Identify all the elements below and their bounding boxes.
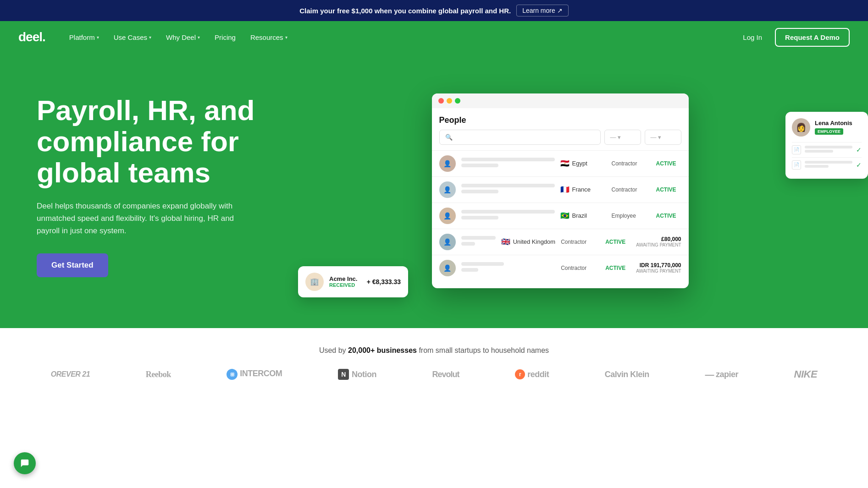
country-cell: 🇧🇷 Brazil	[560, 211, 606, 220]
nav-item-pricing[interactable]: Pricing	[209, 30, 241, 45]
avatar: 👤	[439, 155, 456, 172]
payment-card: 🏢 Acme Inc. RECEIVED + €8,333.33	[298, 266, 408, 297]
table-row[interactable]: 👤 🇫🇷 France Contractor ACTIVE	[432, 176, 689, 203]
profile-name: Lena Antonis	[815, 120, 852, 126]
nav-item-why-deel[interactable]: Why Deel ▾	[160, 30, 205, 45]
table-row[interactable]: 👤 🇪🇬 Egypt Contractor ACTIVE	[432, 150, 689, 176]
check-icon: ✓	[856, 146, 862, 154]
payment-amount: + €8,333.33	[367, 278, 401, 285]
awaiting-payment-cell: IDR 191,770,000 AWAITING PAYMENT	[636, 262, 681, 274]
country-cell: 🇪🇬 Egypt	[560, 159, 606, 168]
chevron-down-icon: ▾	[149, 35, 151, 40]
document-icon: 📄	[792, 145, 801, 154]
reebok-logo: Reebok	[146, 370, 171, 379]
banner-text: Claim your free $1,000 when you combine …	[299, 7, 511, 15]
nike-logo: NIKE	[794, 368, 818, 380]
company-name: Acme Inc.	[329, 275, 361, 282]
chevron-down-icon: ▾	[198, 35, 200, 40]
status-badge: ACTIVE	[605, 265, 630, 271]
employee-badge: EMPLOYEE	[815, 128, 843, 135]
zapier-logo: —zapier	[705, 369, 738, 380]
document-icon: 📄	[792, 160, 801, 170]
avatar: 👤	[439, 260, 456, 276]
main-nav: deel. Platform ▾ Use Cases ▾ Why Deel ▾ …	[0, 21, 868, 53]
nav-links: Platform ▾ Use Cases ▾ Why Deel ▾ Pricin…	[64, 30, 738, 45]
table-row[interactable]: 👤 🇬🇧 United Kingdom Contractor ACTIVE £8…	[432, 229, 689, 255]
forever21-logo: OREVER 21	[51, 370, 90, 378]
table-row[interactable]: 👤 🇧🇷 Brazil Employee ACTIVE	[432, 203, 689, 229]
document-row: 📄 ✓	[792, 157, 862, 172]
status-badge: ACTIVE	[656, 186, 681, 193]
calvin-klein-logo: Calvin Klein	[605, 370, 649, 379]
window-content: People 🔍 — ▾ — ▾ 👤	[432, 108, 689, 288]
search-filter-row: 🔍 — ▾ — ▾	[432, 130, 689, 150]
country-cell: 🇬🇧 United Kingdom	[501, 237, 556, 246]
nav-right: Log In Request A Demo	[737, 28, 850, 47]
hero-subtitle: Deel helps thousands of companies expand…	[37, 200, 257, 237]
logos-section: Used by 20,000+ businesses from small st…	[0, 328, 868, 399]
avatar: 👩	[792, 118, 810, 137]
login-button[interactable]: Log In	[737, 30, 768, 45]
type-cell: Contractor	[561, 239, 600, 245]
people-search-box[interactable]: 🔍	[439, 130, 601, 145]
reddit-icon: r	[515, 369, 525, 379]
get-started-button[interactable]: Get Started	[37, 253, 108, 277]
window-minimize-dot	[447, 98, 452, 104]
reddit-logo: r reddit	[515, 369, 549, 379]
deel-logo[interactable]: deel.	[18, 30, 45, 44]
payment-status: RECEIVED	[329, 282, 361, 288]
revolut-logo: Revolut	[432, 370, 459, 379]
nav-item-resources[interactable]: Resources ▾	[245, 30, 293, 45]
avatar: 👤	[439, 208, 456, 224]
brand-logos-row: OREVER 21 Reebok ⊞INTERCOM N Notion Revo…	[28, 368, 840, 380]
type-cell: Contractor	[612, 186, 651, 193]
status-badge: ACTIVE	[656, 160, 681, 167]
filter-box-2[interactable]: — ▾	[645, 130, 681, 145]
hero-title: Payroll, HR, and compliance for global t…	[37, 95, 289, 189]
request-demo-button[interactable]: Request A Demo	[775, 28, 850, 47]
learn-more-link[interactable]: Learn more ↗	[516, 5, 569, 16]
intercom-icon: ⊞	[227, 369, 238, 380]
chevron-down-icon: ▾	[97, 35, 99, 40]
awaiting-payment-cell: £80,000 AWAITING PAYMENT	[636, 236, 681, 247]
avatar: 👤	[439, 181, 456, 198]
people-section-title: People	[432, 115, 689, 130]
status-badge: ACTIVE	[656, 213, 681, 219]
table-row[interactable]: 👤 Contractor ACTIVE IDR 191,770,000 AWAI…	[432, 255, 689, 281]
intercom-logo: ⊞INTERCOM	[227, 369, 282, 380]
nav-item-platform[interactable]: Platform ▾	[64, 30, 105, 45]
country-cell: 🇫🇷 France	[560, 185, 606, 194]
window-titlebar	[432, 93, 689, 108]
type-cell: Employee	[612, 213, 651, 219]
logos-tagline: Used by 20,000+ businesses from small st…	[28, 346, 840, 355]
hero-illustration: People 🔍 — ▾ — ▾ 👤	[289, 84, 831, 288]
external-link-icon: ↗	[557, 7, 563, 14]
window-close-dot	[438, 98, 444, 104]
check-icon: ✓	[856, 161, 862, 169]
announcement-banner: Claim your free $1,000 when you combine …	[0, 0, 868, 21]
company-avatar: 🏢	[305, 273, 324, 291]
document-row: 📄 ✓	[792, 142, 862, 157]
chevron-down-icon: ▾	[285, 35, 287, 40]
window-expand-dot	[455, 98, 460, 104]
hero-content: Payroll, HR, and compliance for global t…	[37, 95, 289, 277]
notion-logo: N Notion	[338, 369, 376, 380]
filter-box-1[interactable]: — ▾	[604, 130, 641, 145]
status-badge: ACTIVE	[605, 239, 630, 245]
avatar: 👤	[439, 234, 456, 250]
profile-card: 👩 Lena Antonis EMPLOYEE 📄 ✓ 📄	[785, 112, 868, 179]
search-icon: 🔍	[445, 134, 453, 141]
notion-icon: N	[338, 369, 349, 380]
type-cell: Contractor	[561, 265, 600, 271]
dashboard-mockup: People 🔍 — ▾ — ▾ 👤	[432, 93, 689, 288]
type-cell: Contractor	[612, 160, 651, 167]
nav-item-use-cases[interactable]: Use Cases ▾	[108, 30, 157, 45]
hero-section: Payroll, HR, and compliance for global t…	[0, 53, 868, 328]
